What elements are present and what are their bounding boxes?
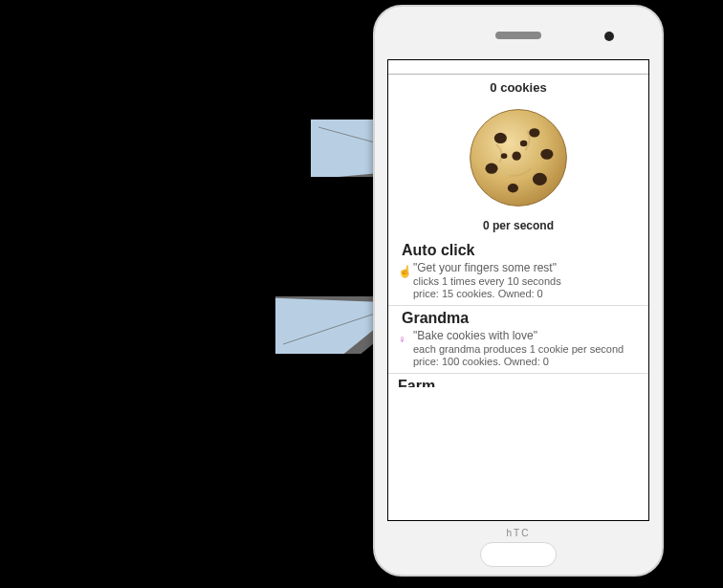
cookies-per-second-label: 0 per second [388, 215, 648, 238]
phone-top-bar [375, 7, 662, 58]
phone-frame: 0 cookies [373, 5, 664, 577]
svg-point-15 [501, 153, 508, 159]
cookie-count-label: 0 cookies [388, 75, 648, 95]
upgrade-price: price: 100 cookies. Owned: 0 [413, 356, 643, 367]
screen: 0 cookies [387, 59, 649, 521]
front-camera [604, 32, 614, 41]
upgrade-row-auto-click[interactable]: ☝ Auto click "Get your fingers some rest… [388, 238, 648, 306]
upgrade-list: ☝ Auto click "Get your fingers some rest… [388, 238, 648, 387]
upgrade-title: Auto click [402, 242, 643, 259]
svg-point-13 [512, 151, 520, 160]
svg-point-9 [540, 149, 553, 160]
upgrade-price: price: 15 cookies. Owned: 0 [413, 288, 643, 299]
home-button[interactable] [480, 542, 557, 567]
svg-point-12 [485, 163, 497, 174]
svg-point-14 [520, 141, 527, 147]
svg-point-10 [533, 173, 547, 185]
speaker-grille [495, 32, 541, 39]
phone-brand-label: hTC [375, 528, 662, 538]
upgrade-desc: clicks 1 times every 10 seconds [413, 275, 643, 287]
status-bar [388, 60, 648, 75]
svg-point-11 [508, 184, 518, 192]
svg-point-7 [494, 133, 507, 143]
svg-point-8 [529, 128, 539, 137]
upgrade-quote: "Get your fingers some rest" [413, 261, 643, 274]
cookie-icon[interactable] [465, 104, 572, 211]
upgrade-row-partial[interactable]: Farm [388, 374, 648, 387]
upgrade-title: Grandma [402, 310, 643, 327]
upgrade-desc: each grandma produces 1 cookie per secon… [413, 343, 643, 355]
upgrade-row-grandma[interactable]: ♀ Grandma "Bake cookies with love" each … [388, 306, 648, 374]
upgrade-quote: "Bake cookies with love" [413, 329, 643, 342]
